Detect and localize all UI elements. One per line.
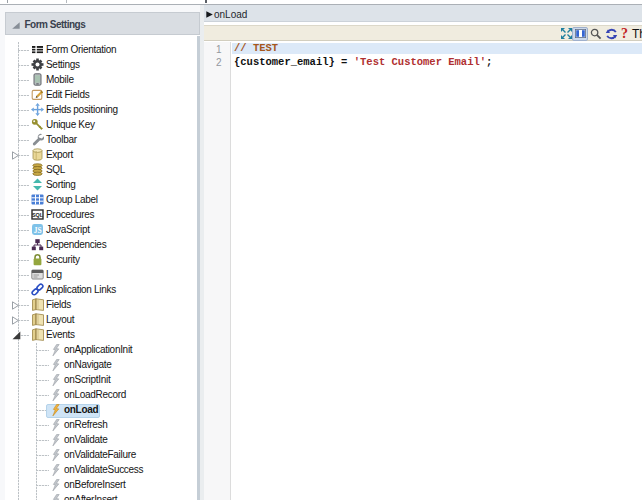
svg-text:SQL: SQL xyxy=(32,212,44,218)
svg-text:JS: JS xyxy=(34,226,42,235)
